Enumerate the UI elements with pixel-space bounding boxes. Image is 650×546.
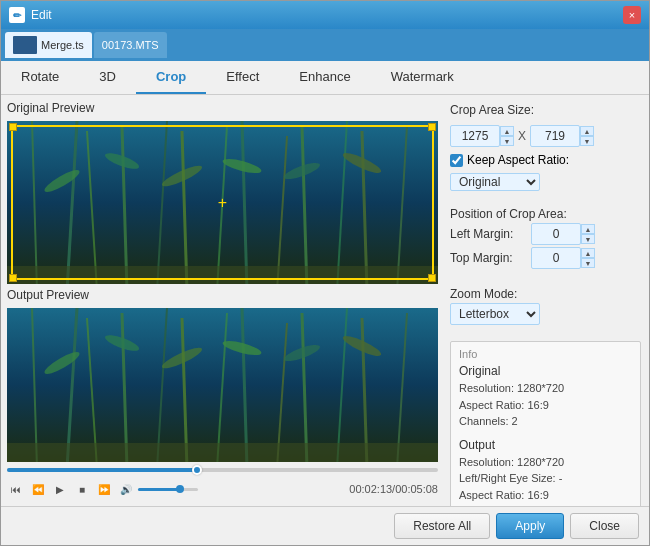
file-tab-merge[interactable]: Merge.ts: [5, 32, 92, 58]
width-spin: ▲ ▼: [500, 126, 514, 146]
aspect-ratio-select[interactable]: Original 16:9 4:3 1:1 Custom: [450, 173, 540, 191]
close-button[interactable]: Close: [570, 513, 639, 539]
tab-enhance[interactable]: Enhance: [279, 61, 370, 94]
edit-window: ✏ Edit × Merge.ts 00173.MTS Rotate 3D Cr…: [0, 0, 650, 546]
crop-handle-tr[interactable]: [428, 123, 436, 131]
output-aspect: Aspect Ratio: 16:9: [459, 487, 632, 504]
seek-bar[interactable]: [7, 468, 438, 472]
crop-width-input[interactable]: [450, 125, 500, 147]
original-channels: Channels: 2: [459, 413, 632, 430]
original-preview-label: Original Preview: [7, 101, 438, 115]
info-section: Info Original Resolution: 1280*720 Aspec…: [450, 341, 641, 506]
zoom-mode-section: Zoom Mode: Letterbox Pan & Scan Full Scr…: [450, 287, 641, 325]
output-video-frame: [7, 308, 438, 462]
bottom-bar: Restore All Apply Close: [1, 506, 649, 545]
right-panel: Crop Area Size: ▲ ▼ X ▲ ▼: [444, 95, 649, 506]
height-spin-down[interactable]: ▼: [580, 136, 594, 146]
skip-back-button[interactable]: ⏮: [7, 480, 25, 498]
keep-aspect-checkbox[interactable]: [450, 154, 463, 167]
time-display: 00:02:13/00:05:08: [349, 483, 438, 495]
original-preview-box: +: [7, 121, 438, 284]
tab-3d[interactable]: 3D: [79, 61, 136, 94]
top-margin-input[interactable]: [531, 247, 581, 269]
height-input-group: ▲ ▼: [530, 125, 594, 147]
top-margin-input-group: ▲ ▼: [531, 247, 595, 269]
file-tab-merge-label: Merge.ts: [41, 39, 84, 51]
position-section: Position of Crop Area: Left Margin: ▲ ▼ …: [450, 207, 641, 271]
left-margin-spin-up[interactable]: ▲: [581, 224, 595, 234]
top-margin-spin-up[interactable]: ▲: [581, 248, 595, 258]
crop-size-row: ▲ ▼ X ▲ ▼: [450, 125, 641, 147]
volume-thumb[interactable]: [176, 485, 184, 493]
crop-handle-tl[interactable]: [9, 123, 17, 131]
play-button[interactable]: ▶: [51, 480, 69, 498]
crop-area-size-label: Crop Area Size:: [450, 103, 641, 117]
tab-watermark[interactable]: Watermark: [371, 61, 474, 94]
apply-button[interactable]: Apply: [496, 513, 564, 539]
seek-thumb[interactable]: [192, 465, 202, 475]
volume-icon[interactable]: 🔊: [117, 480, 135, 498]
left-margin-spin-down[interactable]: ▼: [581, 234, 595, 244]
volume-fill: [138, 488, 180, 491]
output-eye-size: Left/Right Eye Size: -: [459, 470, 632, 487]
height-spin-up[interactable]: ▲: [580, 126, 594, 136]
file-thumb-merge: [13, 36, 37, 54]
original-aspect: Aspect Ratio: 16:9: [459, 397, 632, 414]
width-spin-up[interactable]: ▲: [500, 126, 514, 136]
file-tabs-bar: Merge.ts 00173.MTS: [1, 29, 649, 61]
info-title: Info: [459, 348, 632, 360]
width-input-group: ▲ ▼: [450, 125, 514, 147]
left-margin-label: Left Margin:: [450, 227, 525, 241]
output-info-title: Output: [459, 438, 632, 452]
zoom-mode-select[interactable]: Letterbox Pan & Scan Full Screen: [450, 303, 540, 325]
nav-tabs-bar: Rotate 3D Crop Effect Enhance Watermark: [1, 61, 649, 95]
crop-crosshair: +: [218, 194, 227, 212]
left-margin-input[interactable]: [531, 223, 581, 245]
stop-button[interactable]: ■: [73, 480, 91, 498]
window-title: Edit: [31, 8, 52, 22]
output-resolution: Resolution: 1280*720: [459, 454, 632, 471]
original-info-title: Original: [459, 364, 632, 378]
position-label: Position of Crop Area:: [450, 207, 641, 221]
volume-bar: 🔊: [117, 480, 198, 498]
main-content: Original Preview: [1, 95, 649, 506]
tab-rotate[interactable]: Rotate: [1, 61, 79, 94]
output-preview-box: [7, 308, 438, 462]
restore-all-button[interactable]: Restore All: [394, 513, 490, 539]
original-resolution: Resolution: 1280*720: [459, 380, 632, 397]
close-window-button[interactable]: ×: [623, 6, 641, 24]
tab-effect[interactable]: Effect: [206, 61, 279, 94]
left-margin-spin: ▲ ▼: [581, 224, 595, 244]
step-back-button[interactable]: ⏪: [29, 480, 47, 498]
step-forward-button[interactable]: ⏩: [95, 480, 113, 498]
left-margin-input-group: ▲ ▼: [531, 223, 595, 245]
top-margin-label: Top Margin:: [450, 251, 525, 265]
crop-handle-bl[interactable]: [9, 274, 17, 282]
zoom-mode-label: Zoom Mode:: [450, 287, 641, 301]
seek-bar-container: [7, 466, 438, 474]
output-video-art: [7, 308, 438, 462]
original-video-frame: +: [7, 121, 438, 284]
keep-aspect-label: Keep Aspect Ratio:: [467, 153, 569, 167]
title-bar: ✏ Edit ×: [1, 1, 649, 29]
volume-slider[interactable]: [138, 488, 198, 491]
crop-handle-br[interactable]: [428, 274, 436, 282]
keep-aspect-row: Keep Aspect Ratio:: [450, 153, 641, 167]
crop-border-overlay[interactable]: +: [11, 125, 434, 280]
title-bar-left: ✏ Edit: [9, 7, 52, 23]
height-spin: ▲ ▼: [580, 126, 594, 146]
file-tab-mts[interactable]: 00173.MTS: [94, 32, 167, 58]
crop-height-input[interactable]: [530, 125, 580, 147]
output-preview-label: Output Preview: [7, 288, 438, 302]
seek-progress: [7, 468, 197, 472]
size-separator: X: [518, 129, 526, 143]
top-margin-spin-down[interactable]: ▼: [581, 258, 595, 268]
left-panel: Original Preview: [1, 95, 444, 506]
app-icon: ✏: [9, 7, 25, 23]
top-margin-spin: ▲ ▼: [581, 248, 595, 268]
top-margin-row: Top Margin: ▲ ▼: [450, 247, 641, 269]
info-gap: [459, 430, 632, 438]
tab-crop[interactable]: Crop: [136, 61, 206, 94]
width-spin-down[interactable]: ▼: [500, 136, 514, 146]
left-margin-row: Left Margin: ▲ ▼: [450, 223, 641, 245]
